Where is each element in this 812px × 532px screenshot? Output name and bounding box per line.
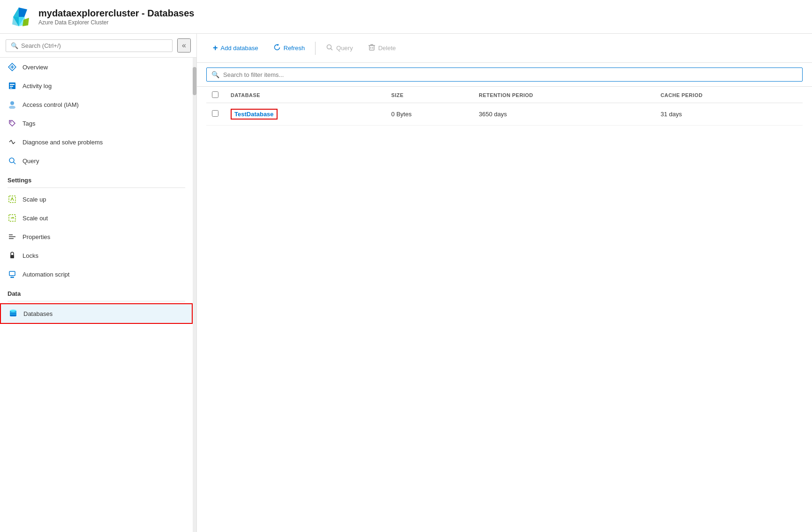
azure-logo [9,6,32,28]
settings-section-header: Settings [0,170,193,186]
toolbar: + Add database Refresh Query Del [197,34,812,63]
database-name-cell: TestDatabase [225,103,386,126]
body-layout: 🔍 « Overview Activity log [0,34,812,532]
filter-input-wrap: 🔍 [206,67,803,82]
row-checkbox[interactable] [212,110,218,117]
query-icon [8,156,17,165]
filter-bar: 🔍 [197,63,812,87]
col-database: DATABASE [225,87,386,103]
delete-label: Delete [378,45,396,52]
svg-rect-26 [10,255,14,258]
sidebar-scrollbar-thumb[interactable] [193,67,196,95]
settings-divider [8,187,185,188]
diagnose-icon [8,137,17,147]
query-icon [326,44,333,52]
table-row: TestDatabase 0 Bytes 3650 days 31 days [206,103,803,126]
add-database-label: Add database [221,45,258,52]
sidebar-nav: Overview Activity log Access control (IA… [0,58,193,532]
header-title-group: mydataexplorercluster - Databases Azure … [38,8,194,26]
svg-point-19 [9,158,14,163]
sidebar-item-label-activity-log: Activity log [23,82,52,90]
access-control-icon [8,100,17,109]
svg-rect-27 [9,271,15,276]
add-database-button[interactable]: + Add database [206,39,265,57]
sidebar-item-scale-out[interactable]: Scale out [0,209,193,227]
scale-up-icon [8,195,17,204]
col-cache-period: CACHE PERIOD [655,87,803,103]
svg-rect-11 [10,86,13,87]
sidebar-item-label-automation: Automation script [23,271,69,278]
search-input[interactable] [21,42,167,49]
select-all-col [206,87,225,103]
svg-line-34 [331,49,333,51]
refresh-label: Refresh [284,45,305,52]
toolbar-divider [315,42,316,55]
sidebar: 🔍 « Overview Activity log [0,34,197,532]
svg-rect-12 [10,88,12,89]
databases-table: DATABASE SIZE RETENTION PERIOD CACHE PER… [206,87,803,126]
database-size-cell: 0 Bytes [386,103,474,126]
sidebar-item-activity-log[interactable]: Activity log [0,76,193,95]
sidebar-item-label-overview: Overview [23,64,48,71]
sidebar-item-access-control[interactable]: Access control (IAM) [0,95,193,114]
sidebar-item-locks[interactable]: Locks [0,246,193,265]
svg-line-20 [14,162,15,164]
data-divider [8,301,185,301]
database-name[interactable]: TestDatabase [231,109,278,120]
sidebar-item-databases[interactable]: Databases [0,303,193,324]
col-size: SIZE [386,87,474,103]
svg-point-33 [327,45,331,49]
sidebar-search-row: 🔍 « [0,34,196,58]
sidebar-item-diagnose[interactable]: Diagnose and solve problems [0,133,193,151]
sidebar-item-tags[interactable]: Tags [0,114,193,133]
sidebar-scrollbar-track[interactable] [193,58,196,532]
properties-icon [8,232,17,241]
refresh-button[interactable]: Refresh [267,40,312,56]
sidebar-item-scale-up[interactable]: Scale up [0,190,193,209]
sidebar-item-label-properties: Properties [23,233,50,240]
filter-input[interactable] [223,71,797,78]
sidebar-item-label-scale-out: Scale out [23,215,48,222]
scale-out-icon [8,213,17,223]
database-retention-cell: 3650 days [473,103,655,126]
sidebar-item-overview[interactable]: Overview [0,58,193,76]
sidebar-search-box: 🔍 [6,39,173,52]
collapse-sidebar-button[interactable]: « [177,38,191,52]
sidebar-item-properties[interactable]: Properties [0,227,193,246]
tags-icon [8,119,17,128]
select-all-checkbox[interactable] [212,91,218,98]
sidebar-item-label-diagnose: Diagnose and solve problems [23,139,103,146]
svg-point-13 [10,101,14,105]
sidebar-item-label-query: Query [23,157,39,165]
main-content: + Add database Refresh Query Del [197,34,812,532]
automation-icon [8,270,17,279]
svg-point-14 [9,106,15,109]
row-checkbox-cell [206,103,225,126]
delete-button[interactable]: Delete [361,40,403,56]
svg-rect-21 [9,196,15,202]
sidebar-item-automation[interactable]: Automation script [0,265,193,284]
sidebar-item-query[interactable]: Query [0,151,193,170]
svg-rect-10 [10,84,15,85]
svg-rect-35 [369,45,374,50]
page-title: mydataexplorercluster - Databases [38,8,194,19]
sidebar-item-label-scale-up: Scale up [23,196,46,203]
sidebar-item-label-access-control: Access control (IAM) [23,101,79,108]
query-button[interactable]: Query [319,40,359,56]
databases-icon [8,309,18,318]
svg-line-18 [13,142,15,144]
table-header: DATABASE SIZE RETENTION PERIOD CACHE PER… [206,87,803,103]
table-body: TestDatabase 0 Bytes 3650 days 31 days [206,103,803,126]
databases-table-wrap: DATABASE SIZE RETENTION PERIOD CACHE PER… [197,87,812,532]
svg-point-30 [10,310,16,312]
page-subtitle: Azure Data Explorer Cluster [38,19,194,26]
search-icon: 🔍 [11,42,18,49]
sidebar-item-label-locks: Locks [23,252,38,259]
activity-log-icon [8,81,17,90]
query-label: Query [336,45,353,52]
svg-line-16 [9,140,11,142]
filter-search-icon: 🔍 [211,71,219,78]
refresh-icon [273,44,281,52]
locks-icon [8,251,17,260]
data-section-header: Data [0,284,193,299]
